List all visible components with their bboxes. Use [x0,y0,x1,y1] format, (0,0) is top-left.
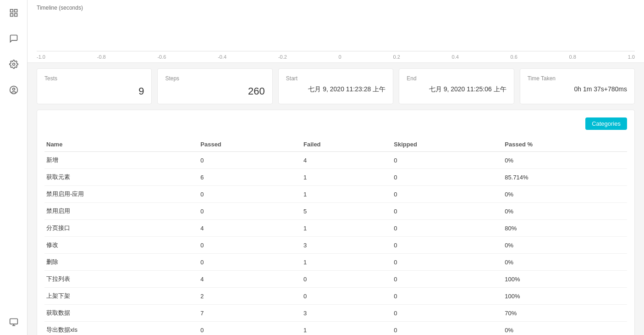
message-icon[interactable] [6,30,22,47]
sidebar [0,0,28,335]
stat-label-end: End [407,75,506,82]
categories-table: Name Passed Failed Skipped Passed % 新增04… [44,137,627,335]
axis-tick: -0.4 [218,54,226,60]
svg-rect-3 [14,14,17,17]
table-cell-skipped: 0 [389,186,500,203]
table-cell-passed: 0 [196,203,299,220]
table-cell-failed: 4 [299,152,389,169]
table-cell-skipped: 0 [389,271,500,288]
table-cell-failed: 1 [299,220,389,237]
table-cell-name: 下拉列表 [44,271,196,288]
table-header-row: Name Passed Failed Skipped Passed % [44,137,627,152]
svg-rect-0 [10,10,13,12]
col-header-skipped: Skipped [389,137,500,152]
table-cell-passed: 0 [196,254,299,271]
categories-header: Categories [44,117,627,130]
table-cell-skipped: 0 [389,305,500,322]
table-row: 上架下架200100% [44,288,627,305]
table-cell-skipped: 0 [389,152,500,169]
table-row: 导出数据xls0100% [44,322,627,335]
table-cell-passed: 4 [196,271,299,288]
svg-rect-7 [10,319,17,324]
categories-button[interactable]: Categories [585,117,627,130]
table-cell-passed_pct: 100% [500,288,627,305]
table-row: 获取元素61085.714% [44,169,627,186]
settings-icon[interactable] [6,56,22,73]
table-cell-passed_pct: 80% [500,220,627,237]
svg-point-4 [12,63,15,66]
svg-rect-2 [10,14,13,17]
table-cell-skipped: 0 [389,322,500,335]
table-cell-name: 获取数据 [44,305,196,322]
table-cell-failed: 0 [299,271,389,288]
col-header-failed: Failed [299,137,389,152]
circle-user-icon[interactable] [6,82,22,98]
table-row: 新增0400% [44,152,627,169]
table-cell-failed: 1 [299,186,389,203]
table-cell-failed: 3 [299,237,389,254]
table-cell-passed_pct: 0% [500,254,627,271]
table-cell-passed_pct: 85.714% [500,169,627,186]
monitor-icon[interactable] [6,314,22,330]
timeline-chart [37,15,635,51]
table-cell-name: 禁用启用 [44,203,196,220]
stat-card-tests: Tests 9 [37,68,152,104]
table-row: 分页接口41080% [44,220,627,237]
table-cell-name: 获取元素 [44,169,196,186]
timeline-axis: -1.0 -0.8 -0.6 -0.4 -0.2 0 0.2 0.4 0.6 0… [37,51,635,62]
table-cell-passed_pct: 0% [500,186,627,203]
table-cell-name: 分页接口 [44,220,196,237]
table-cell-failed: 1 [299,322,389,335]
stat-label-timetaken: Time Taken [528,75,627,82]
table-cell-passed_pct: 100% [500,271,627,288]
table-cell-passed: 6 [196,169,299,186]
axis-tick: -0.6 [157,54,166,60]
table-cell-skipped: 0 [389,220,500,237]
table-cell-passed_pct: 0% [500,203,627,220]
svg-point-6 [12,88,15,90]
table-cell-failed: 5 [299,203,389,220]
axis-tick: -0.2 [278,54,287,60]
col-header-passed-pct: Passed % [500,137,627,152]
categories-section: Categories Name Passed Failed Skipped Pa… [37,110,635,335]
table-cell-name: 禁用启用-应用 [44,186,196,203]
axis-tick: 1.0 [628,54,635,60]
stat-card-start: Start 七月 9, 2020 11:23:28 上午 [278,68,393,104]
table-cell-name: 上架下架 [44,288,196,305]
table-row: 删除0100% [44,254,627,271]
axis-tick: 0.4 [452,54,459,60]
table-row: 下拉列表400100% [44,271,627,288]
main-content: Timeline (seconds) -1.0 -0.8 -0.6 -0.4 -… [28,0,644,335]
table-cell-passed: 0 [196,186,299,203]
table-cell-failed: 3 [299,305,389,322]
axis-tick: -1.0 [37,54,45,60]
table-cell-skipped: 0 [389,169,500,186]
stat-label-start: Start [286,75,385,82]
table-cell-failed: 1 [299,169,389,186]
table-row: 禁用启用-应用0100% [44,186,627,203]
table-cell-passed_pct: 70% [500,305,627,322]
stat-value-end: 七月 9, 2020 11:25:06 上午 [407,85,506,94]
table-body: 新增0400%获取元素61085.714%禁用启用-应用0100%禁用启用050… [44,152,627,335]
stat-value-start: 七月 9, 2020 11:23:28 上午 [286,85,385,94]
table-row: 获取数据73070% [44,305,627,322]
stat-value-timetaken: 0h 1m 37s+780ms [528,85,627,93]
table-cell-passed: 4 [196,220,299,237]
table-cell-passed_pct: 0% [500,152,627,169]
table-cell-failed: 1 [299,254,389,271]
stat-value-steps: 260 [165,85,264,97]
table-cell-skipped: 0 [389,203,500,220]
dashboard-icon[interactable] [6,5,22,21]
stats-row: Tests 9 Steps 260 Start 七月 9, 2020 11:23… [28,63,644,110]
stat-label-tests: Tests [44,75,144,82]
table-cell-name: 新增 [44,152,196,169]
table-cell-passed_pct: 0% [500,237,627,254]
col-header-passed: Passed [196,137,299,152]
table-row: 禁用启用0500% [44,203,627,220]
table-cell-name: 导出数据xls [44,322,196,335]
timeline-label: Timeline (seconds) [37,5,635,11]
table-cell-passed_pct: 0% [500,322,627,335]
table-cell-passed: 2 [196,288,299,305]
table-cell-failed: 0 [299,288,389,305]
table-cell-name: 删除 [44,254,196,271]
